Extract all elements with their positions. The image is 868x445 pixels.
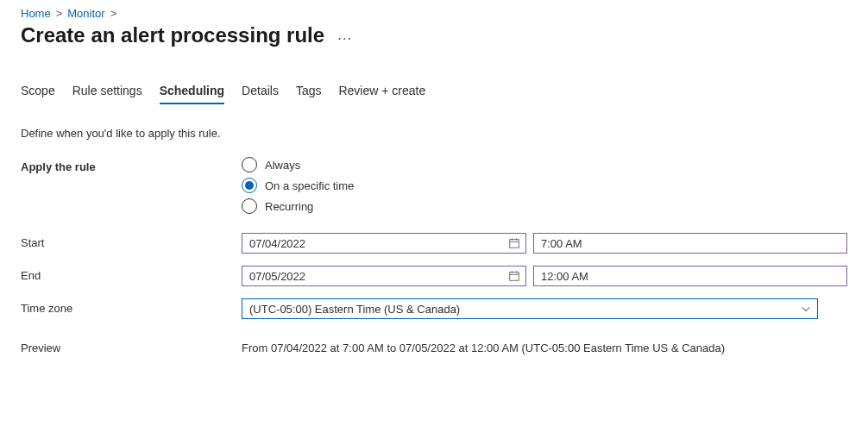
radio-always[interactable]: Always: [242, 157, 847, 172]
chevron-right-icon: >: [110, 7, 117, 20]
preview-text: From 07/04/2022 at 7:00 AM to 07/05/2022…: [242, 338, 847, 354]
start-time-input[interactable]: 7:00 AM: [533, 233, 847, 254]
apply-rule-label: Apply the rule: [21, 157, 242, 173]
tab-tags[interactable]: Tags: [296, 80, 322, 104]
instruction-text: Define when you'd like to apply this rul…: [21, 127, 847, 140]
radio-specific-time[interactable]: On a specific time: [242, 178, 847, 193]
radio-recurring-label: Recurring: [265, 200, 313, 213]
radio-icon: [242, 157, 257, 172]
end-date-input[interactable]: 07/05/2022: [242, 266, 526, 286]
radio-icon: [242, 198, 257, 214]
chevron-right-icon: >: [56, 7, 63, 20]
calendar-icon: [508, 270, 520, 282]
end-time-input[interactable]: 12:00 AM: [533, 266, 847, 286]
breadcrumb: Home > Monitor >: [21, 7, 847, 20]
timezone-label: Time zone: [21, 298, 242, 315]
preview-label: Preview: [21, 338, 242, 354]
tab-scheduling[interactable]: Scheduling: [160, 80, 224, 104]
tab-review-create[interactable]: Review + create: [338, 80, 425, 104]
chevron-down-icon: [800, 303, 812, 315]
radio-icon: [242, 178, 257, 193]
end-time-value: 12:00 AM: [541, 270, 588, 283]
tab-rule-settings[interactable]: Rule settings: [72, 80, 142, 104]
tab-scope[interactable]: Scope: [21, 80, 55, 104]
start-date-value: 07/04/2022: [249, 237, 508, 250]
tab-bar: Scope Rule settings Scheduling Details T…: [21, 80, 847, 104]
breadcrumb-monitor[interactable]: Monitor: [67, 7, 104, 20]
radio-always-label: Always: [265, 159, 300, 172]
breadcrumb-home[interactable]: Home: [21, 7, 51, 20]
svg-rect-4: [510, 273, 519, 281]
timezone-select[interactable]: (UTC-05:00) Eastern Time (US & Canada): [242, 298, 818, 319]
end-date-value: 07/05/2022: [249, 270, 508, 283]
end-label: End: [21, 266, 242, 282]
radio-recurring[interactable]: Recurring: [242, 198, 847, 214]
page-title: Create an alert processing rule: [21, 23, 324, 47]
tab-details[interactable]: Details: [242, 80, 279, 104]
more-icon[interactable]: …: [337, 27, 354, 42]
start-label: Start: [21, 233, 242, 249]
start-date-input[interactable]: 07/04/2022: [242, 233, 526, 254]
svg-rect-0: [510, 240, 519, 248]
start-time-value: 7:00 AM: [541, 237, 582, 250]
timezone-value: (UTC-05:00) Eastern Time (US & Canada): [249, 303, 460, 316]
radio-specific-label: On a specific time: [265, 179, 354, 192]
calendar-icon: [508, 237, 520, 249]
